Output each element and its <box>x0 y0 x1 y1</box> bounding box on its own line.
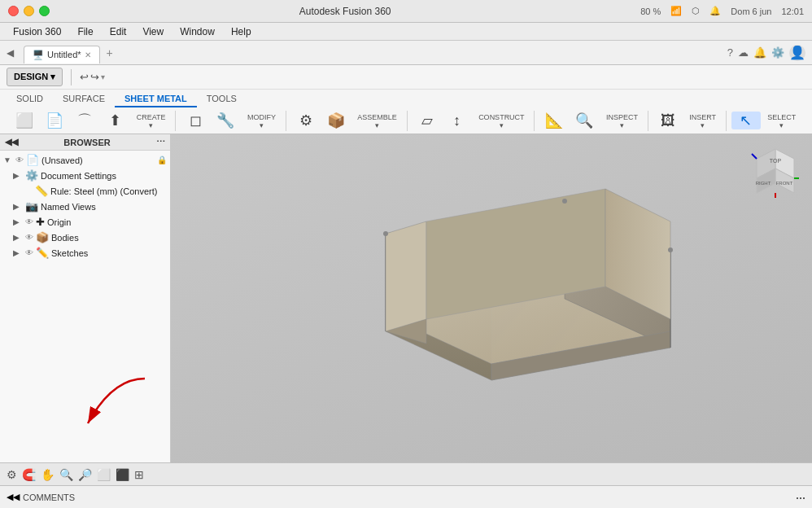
modify-group: ◻ 🔧 MODIFY ▾ <box>177 111 286 131</box>
tree-doc-settings[interactable]: ▶ ⚙️ Document Settings <box>0 168 170 183</box>
snap-icon[interactable]: 🧲 <box>22 468 36 481</box>
doc-tab-label: Untitled* <box>47 50 81 59</box>
cloud-icon[interactable]: ☁ <box>738 46 749 59</box>
tab-tools[interactable]: TOOLS <box>197 91 247 107</box>
visibility-icon[interactable]: 👁 <box>15 155 24 164</box>
create-tool-1[interactable]: ⬜ <box>10 112 39 129</box>
title-right-area: 80 % 📶 ⬡ 🔔 Dom 6 jun 12:01 <box>640 6 804 16</box>
assemble-dropdown[interactable]: ASSEMBLE ▾ <box>351 111 404 131</box>
create-tool-2[interactable]: 📄 <box>40 112 69 129</box>
main-content: ◀◀ BROWSER ⋯ ▼ 👁 📄 (Unsaved) 🔒 ▶ ⚙️ Docu… <box>0 134 812 462</box>
camera-icon: 📷 <box>25 200 38 212</box>
axis-icon: ↕ <box>453 113 461 128</box>
tree-root[interactable]: ▼ 👁 📄 (Unsaved) 🔒 <box>0 152 170 168</box>
menu-help[interactable]: Help <box>225 24 258 39</box>
comments-toggle-icon[interactable]: ◀◀ <box>7 492 20 502</box>
browser-header: ◀◀ BROWSER ⋯ <box>0 134 170 151</box>
assemble-tool-2[interactable]: 📦 <box>321 112 351 129</box>
navigation-cube[interactable]: TOP FRONT RIGHT <box>747 142 804 199</box>
tree-named-views[interactable]: ▶ 📷 Named Views <box>0 199 170 214</box>
unfold-icon: ◻ <box>190 113 202 128</box>
visibility-icon[interactable]: 👁 <box>25 217 33 226</box>
visibility-icon[interactable]: 👁 <box>25 248 33 257</box>
sketches-label: Sketches <box>51 248 167 258</box>
insert-tool-1[interactable]: 🖼 <box>653 112 683 129</box>
minimize-button[interactable] <box>24 6 34 16</box>
sheet-icon: 📄 <box>46 113 63 128</box>
settings-folder-icon: ⚙️ <box>25 169 38 182</box>
pan-icon[interactable]: ✋ <box>41 468 55 481</box>
sidebar-collapse-icon[interactable]: ◀ <box>7 47 14 59</box>
inspect-dropdown[interactable]: INSPECT ▾ <box>600 111 644 131</box>
modify-dropdown[interactable]: MODIFY ▾ <box>241 111 282 131</box>
construct-tool-2[interactable]: ↕ <box>443 112 472 129</box>
redo-button[interactable]: ↪ <box>90 71 99 83</box>
tab-add-button[interactable]: + <box>107 46 113 59</box>
fit-icon[interactable]: ⬜ <box>97 468 111 481</box>
zoom-out-icon[interactable]: 🔎 <box>78 468 92 481</box>
design-menu-button[interactable]: DESIGN ▾ <box>7 68 63 86</box>
assemble-tool-1[interactable]: ⚙ <box>291 112 321 129</box>
create-dropdown[interactable]: CREATE ▾ <box>130 111 172 131</box>
visibility-icon[interactable]: 👁 <box>25 233 33 242</box>
tab-sheetmetal[interactable]: SHEET METAL <box>115 91 197 107</box>
display-mode-icon[interactable]: ⬛ <box>116 468 129 481</box>
svg-line-26 <box>752 154 757 159</box>
create-tool-3[interactable]: ⌒ <box>70 112 99 129</box>
tree-rule[interactable]: 📏 Rule: Steel (mm) (Convert) <box>0 183 170 199</box>
model-canvas: TOP FRONT RIGHT <box>171 134 812 462</box>
tab-solid[interactable]: SOLID <box>7 91 53 107</box>
help-icon[interactable]: ? <box>727 46 733 59</box>
zoom-in-icon[interactable]: 🔍 <box>59 468 73 481</box>
select-dropdown[interactable]: SELECT ▾ <box>762 111 802 131</box>
modify-tool-2[interactable]: 🔧 <box>211 112 240 129</box>
grid-icon[interactable]: ⊞ <box>134 468 144 481</box>
undo-dropdown[interactable]: ▾ <box>101 72 105 81</box>
browser-collapse-icon[interactable]: ◀◀ <box>5 137 18 147</box>
modify-tool-1[interactable]: ◻ <box>181 112 210 129</box>
close-button[interactable] <box>8 6 19 16</box>
menu-fusion360[interactable]: Fusion 360 <box>7 24 68 39</box>
status-left-tools: ⚙ 🧲 ✋ 🔍 🔎 ⬜ ⬛ ⊞ <box>7 468 144 481</box>
named-views-label: Named Views <box>41 202 167 212</box>
notification-icon: 🔔 <box>709 6 721 16</box>
insert-dropdown[interactable]: INSERT ▾ <box>683 111 723 131</box>
insert-canvas-icon: 🖼 <box>661 113 675 128</box>
browser-options-icon[interactable]: ⋯ <box>156 137 165 147</box>
menu-file[interactable]: File <box>71 24 99 39</box>
tree-bodies[interactable]: ▶ 👁 📦 Bodies <box>0 230 170 245</box>
tab-surface[interactable]: SURFACE <box>53 91 115 107</box>
user-avatar[interactable]: 👤 <box>789 45 805 61</box>
maximize-button[interactable] <box>39 6 50 16</box>
tab-close-button[interactable]: ✕ <box>85 50 91 59</box>
toolbar: DESIGN ▾ ↩ ↪ ▾ SOLID SURFACE SHEET METAL… <box>0 65 812 134</box>
select-tool[interactable]: ↖ <box>731 112 761 129</box>
notification-bell-icon[interactable]: 🔔 <box>753 46 766 59</box>
select-cursor-icon: ↖ <box>740 113 752 128</box>
titlebar: Autodesk Fusion 360 80 % 📶 ⬡ 🔔 Dom 6 jun… <box>0 0 812 23</box>
viewport[interactable]: TOP FRONT RIGHT <box>171 134 812 462</box>
inspect-group: 📐 🔍 INSPECT ▾ <box>536 111 648 131</box>
inspect-tool-1[interactable]: 📐 <box>539 112 569 129</box>
construct-group: ▱ ↕ CONSTRUCT ▾ <box>409 111 535 131</box>
grid-settings-icon[interactable]: ⚙ <box>7 468 17 481</box>
undo-button[interactable]: ↩ <box>80 71 89 83</box>
construct-tool-1[interactable]: ▱ <box>413 112 442 129</box>
document-tab[interactable]: 🖥️ Untitled* ✕ <box>24 46 100 64</box>
measure-icon: 📐 <box>545 113 563 128</box>
sketches-icon: ✏️ <box>36 247 49 259</box>
bend-icon: ⌒ <box>77 113 92 128</box>
menu-window[interactable]: Window <box>173 24 221 39</box>
extrude-icon: ⬆ <box>109 113 121 128</box>
bodies-icon: 📦 <box>36 231 49 243</box>
construct-dropdown[interactable]: CONSTRUCT ▾ <box>473 111 531 131</box>
tree-sketches[interactable]: ▶ 👁 ✏️ Sketches <box>0 245 170 261</box>
tree-origin[interactable]: ▶ 👁 ✚ Origin <box>0 214 170 230</box>
comments-options-icon[interactable]: ⋯ <box>796 493 805 504</box>
menu-edit[interactable]: Edit <box>103 24 133 39</box>
traffic-lights <box>8 6 50 16</box>
menu-view[interactable]: View <box>136 24 170 39</box>
inspect-tool-2[interactable]: 🔍 <box>570 112 599 129</box>
create-tool-4[interactable]: ⬆ <box>100 112 129 129</box>
settings-icon[interactable]: ⚙️ <box>771 46 784 59</box>
